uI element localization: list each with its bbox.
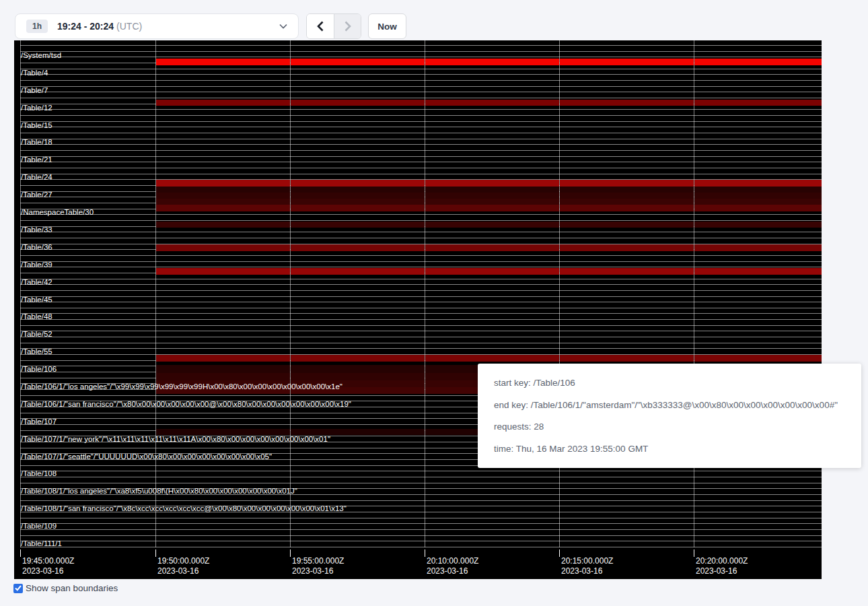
span-boundary-line [20,529,822,530]
span-boundary-line [20,325,822,326]
heat-bar[interactable] [291,187,425,193]
heat-bar[interactable] [560,268,694,275]
heat-bar[interactable] [291,429,425,435]
heat-bar[interactable] [291,193,425,199]
span-boundary-line [20,541,822,541]
axis-label: 20:15:00.000Z2023-03-16 [561,556,613,576]
heat-bar[interactable] [694,222,822,228]
row-label: /Table/21 [21,156,52,164]
heat-bar[interactable] [156,59,290,65]
heat-bar[interactable] [291,180,425,187]
checkbox-checked-icon[interactable] [13,584,23,593]
time-range-dropdown[interactable]: 1h 19:24 - 20:24(UTC) [15,13,299,39]
heat-bar[interactable] [425,268,559,275]
heat-bar[interactable] [291,244,425,251]
heat-bar[interactable] [156,187,290,193]
toolbar: 1h 19:24 - 20:24(UTC) Now [15,13,406,39]
key-visualizer-canvas[interactable]: /System/tsd/Table/4/Table/7/Table/12/Tab… [14,40,822,579]
axis-tick [290,549,291,557]
heat-bar[interactable] [694,180,822,187]
span-boundary-line [20,150,822,151]
heat-bar[interactable] [425,205,559,211]
row-label: /Table/52 [21,330,52,339]
heat-bar[interactable] [425,180,559,187]
duration-badge: 1h [26,20,48,33]
heat-bar[interactable] [560,180,694,187]
show-span-boundaries-control[interactable]: Show span boundaries [13,583,118,593]
axis-label: 19:50:00.000Z2023-03-16 [157,556,209,576]
axis-tick [694,549,694,557]
heat-bar[interactable] [694,193,822,199]
next-interval-button[interactable] [334,14,361,38]
axis-date: 2023-03-16 [157,566,209,576]
heat-bar[interactable] [291,373,425,380]
heat-bar[interactable] [425,100,559,106]
span-boundary-line [20,477,822,477]
heat-bar[interactable] [560,355,694,362]
heat-bar[interactable] [560,59,694,65]
heat-bar[interactable] [560,244,694,251]
heat-bar[interactable] [425,222,559,228]
heat-bar[interactable] [560,187,694,193]
chevron-down-icon [279,24,287,29]
heat-bar[interactable] [291,355,425,362]
heat-bar[interactable] [291,199,425,205]
row-label: /Table/108/1/"san francisco"/"\x8c\xcc\x… [21,504,347,513]
row-label: /Table/111/1 [21,539,62,548]
heat-bar[interactable] [425,244,559,251]
span-boundary-line [20,290,822,291]
span-boundary-line [20,133,822,133]
heat-bar[interactable] [156,268,290,275]
heat-bar[interactable] [425,193,559,199]
heat-bar[interactable] [156,199,290,205]
heat-bar[interactable] [694,244,822,251]
heat-bar[interactable] [560,100,694,106]
heat-bar[interactable] [694,205,822,211]
prev-interval-button[interactable] [307,14,334,38]
span-boundary-line [20,255,822,256]
heat-bar[interactable] [560,193,694,199]
heat-bar[interactable] [291,205,425,211]
heat-bar[interactable] [291,222,425,228]
heat-bar[interactable] [694,100,822,106]
span-boundary-line [20,86,822,87]
heat-bar[interactable] [156,180,290,187]
heat-bar[interactable] [560,199,694,205]
heat-bar[interactable] [425,187,559,193]
tooltip-start-key: start key: /Table/106 [494,378,845,388]
heat-bar[interactable] [694,187,822,193]
heat-bar[interactable] [560,222,694,228]
now-button[interactable]: Now [368,13,406,39]
heat-bar[interactable] [156,355,290,362]
span-boundary-line [20,156,822,157]
axis-label: 20:20:00.000Z2023-03-16 [696,556,748,576]
heat-bar[interactable] [560,205,694,211]
heat-bar[interactable] [156,429,290,435]
heat-bar[interactable] [156,205,290,211]
heat-bar[interactable] [425,59,559,65]
span-boundary-line [20,279,822,279]
heat-bar[interactable] [425,355,559,362]
span-boundary-line [20,92,822,92]
heat-bar[interactable] [156,373,290,380]
heat-bar[interactable] [291,268,425,275]
heat-bar[interactable] [291,59,425,65]
heat-bar[interactable] [156,100,290,106]
heat-bar[interactable] [156,365,290,373]
heat-bar[interactable] [694,268,822,275]
row-label: /Table/24 [21,173,52,182]
heat-bar[interactable] [425,199,559,205]
axis-date: 2023-03-16 [427,566,478,576]
heat-bar[interactable] [694,199,822,205]
axis-time: 19:55:00.000Z [292,556,344,566]
heat-bar[interactable] [156,244,290,251]
heat-bar[interactable] [291,365,425,373]
span-boundary-line [20,319,822,320]
heat-bar[interactable] [694,59,822,65]
heat-bar[interactable] [694,355,822,362]
heat-bar[interactable] [156,222,290,228]
heat-bar[interactable] [156,193,290,199]
row-label: /Table/107 [21,417,57,426]
heat-bar[interactable] [291,100,425,106]
span-boundary-line [20,69,822,69]
